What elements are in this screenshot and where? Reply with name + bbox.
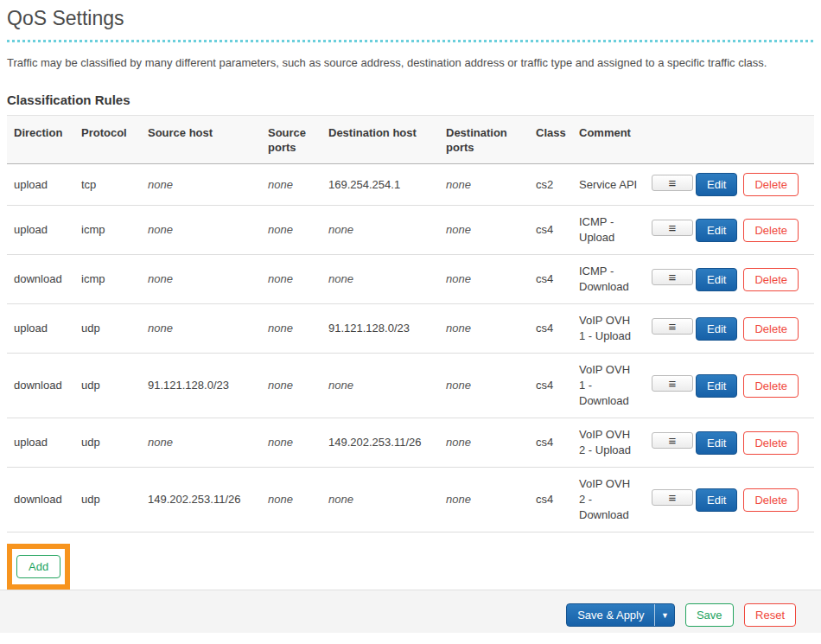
cell-source-ports: none (261, 206, 321, 255)
cell-source-host: 91.121.128.0/23 (141, 354, 261, 418)
table-row: upload udp none none 149.202.253.11/26 n… (7, 418, 814, 468)
save-button[interactable]: Save (685, 603, 734, 627)
edit-button[interactable]: Edit (696, 431, 737, 455)
table-row: download icmp none none none none cs4 IC… (7, 255, 814, 304)
cell-destination-ports: none (439, 418, 529, 468)
add-button[interactable]: Add (16, 555, 60, 578)
save-apply-button[interactable]: Save & Apply (567, 604, 654, 626)
cell-class: cs4 (529, 468, 572, 532)
row-menu-button[interactable]: ≡ (652, 269, 693, 285)
cell-protocol: tcp (74, 164, 141, 206)
cell-destination-ports: none (439, 206, 529, 255)
cell-comment: VoIP OVH 2 - Upload (572, 418, 645, 468)
delete-button[interactable]: Delete (743, 268, 799, 291)
section-title: Classification Rules (7, 92, 814, 107)
cell-source-host: none (141, 418, 261, 468)
table-header-row: Direction Protocol Source host Source po… (7, 116, 814, 164)
cell-comment: Service API (572, 164, 645, 206)
table-row: upload tcp none none 169.254.254.1 none … (7, 164, 814, 206)
cell-direction: download (7, 468, 74, 532)
save-apply-dropdown-button[interactable]: ▼ (654, 604, 674, 626)
row-menu-button[interactable]: ≡ (652, 175, 693, 191)
col-header-comment: Comment (572, 116, 645, 164)
page-description: Traffic may be classified by many differ… (7, 55, 798, 71)
delete-button[interactable]: Delete (743, 219, 799, 242)
cell-protocol: udp (74, 468, 141, 532)
table-row: download udp 149.202.253.11/26 none none… (7, 468, 814, 532)
edit-button[interactable]: Edit (696, 317, 737, 341)
table-row: upload udp none none 91.121.128.0/23 non… (7, 304, 814, 354)
cell-comment: VoIP OVH 1 - Download (572, 354, 645, 418)
cell-destination-ports: none (439, 164, 529, 206)
col-header-destination-ports: Destination ports (439, 116, 529, 164)
col-header-class: Class (529, 116, 572, 164)
cell-direction: upload (7, 206, 74, 255)
table-row: upload icmp none none none none cs4 ICMP… (7, 206, 814, 255)
cell-protocol: icmp (74, 255, 141, 304)
delete-button[interactable]: Delete (743, 317, 799, 341)
cell-source-ports: none (261, 304, 321, 354)
dotted-divider (7, 40, 814, 42)
delete-button[interactable]: Delete (743, 488, 799, 512)
classification-rules-table: Direction Protocol Source host Source po… (7, 115, 814, 532)
cell-source-ports: none (261, 354, 321, 418)
cell-class: cs2 (529, 164, 572, 206)
cell-comment: ICMP - Download (572, 255, 645, 304)
cell-source-ports: none (261, 255, 321, 304)
edit-button[interactable]: Edit (696, 268, 737, 291)
cell-destination-host: none (321, 206, 439, 255)
cell-destination-host: 169.254.254.1 (321, 164, 439, 206)
col-header-source-host: Source host (141, 116, 261, 164)
row-menu-button[interactable]: ≡ (652, 489, 693, 506)
cell-destination-host: none (321, 354, 439, 418)
cell-direction: upload (7, 304, 74, 354)
cell-protocol: icmp (74, 206, 141, 255)
chevron-down-icon: ▼ (661, 611, 669, 620)
cell-source-host: 149.202.253.11/26 (141, 468, 261, 532)
cell-source-ports: none (261, 468, 321, 532)
row-menu-button[interactable]: ≡ (652, 220, 693, 236)
qos-settings-page: QoS Settings Traffic may be classified b… (0, 7, 821, 590)
cell-direction: upload (7, 164, 74, 206)
delete-button[interactable]: Delete (743, 431, 799, 455)
reset-button[interactable]: Reset (744, 603, 796, 627)
col-header-destination-host: Destination host (321, 116, 439, 164)
edit-button[interactable]: Edit (696, 173, 737, 196)
cell-source-ports: none (261, 418, 321, 468)
col-header-protocol: Protocol (74, 116, 141, 164)
cell-protocol: udp (74, 354, 141, 418)
add-button-highlight: Add (7, 544, 70, 590)
page-title: QoS Settings (7, 7, 814, 29)
row-menu-button[interactable]: ≡ (652, 375, 693, 392)
delete-button[interactable]: Delete (743, 173, 799, 196)
footer-action-bar: Save & Apply ▼ Save Reset (0, 590, 821, 633)
col-header-actions (645, 116, 814, 164)
edit-button[interactable]: Edit (696, 219, 737, 242)
delete-button[interactable]: Delete (743, 374, 799, 398)
cell-destination-host: 91.121.128.0/23 (321, 304, 439, 354)
cell-class: cs4 (529, 418, 572, 468)
table-row: download udp 91.121.128.0/23 none none n… (7, 354, 814, 418)
cell-comment: VoIP OVH 2 - Download (572, 468, 645, 532)
cell-source-host: none (141, 255, 261, 304)
cell-direction: download (7, 354, 74, 418)
cell-destination-ports: none (439, 468, 529, 532)
cell-direction: download (7, 255, 74, 304)
cell-comment: VoIP OVH 1 - Upload (572, 304, 645, 354)
cell-class: cs4 (529, 354, 572, 418)
cell-destination-ports: none (439, 304, 529, 354)
cell-class: cs4 (529, 304, 572, 354)
cell-destination-host: none (321, 255, 439, 304)
edit-button[interactable]: Edit (696, 374, 737, 398)
cell-direction: upload (7, 418, 74, 468)
row-menu-button[interactable]: ≡ (652, 318, 693, 335)
row-menu-button[interactable]: ≡ (652, 432, 693, 449)
cell-source-host: none (141, 304, 261, 354)
cell-destination-ports: none (439, 354, 529, 418)
cell-destination-host: none (321, 468, 439, 532)
edit-button[interactable]: Edit (696, 488, 737, 512)
cell-class: cs4 (529, 255, 572, 304)
save-apply-split-button: Save & Apply ▼ (566, 603, 675, 627)
cell-destination-ports: none (439, 255, 529, 304)
cell-class: cs4 (529, 206, 572, 255)
